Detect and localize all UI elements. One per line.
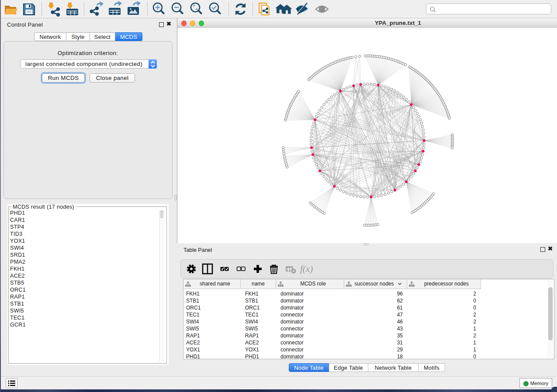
svg-text:f(x): f(x) (300, 264, 313, 274)
